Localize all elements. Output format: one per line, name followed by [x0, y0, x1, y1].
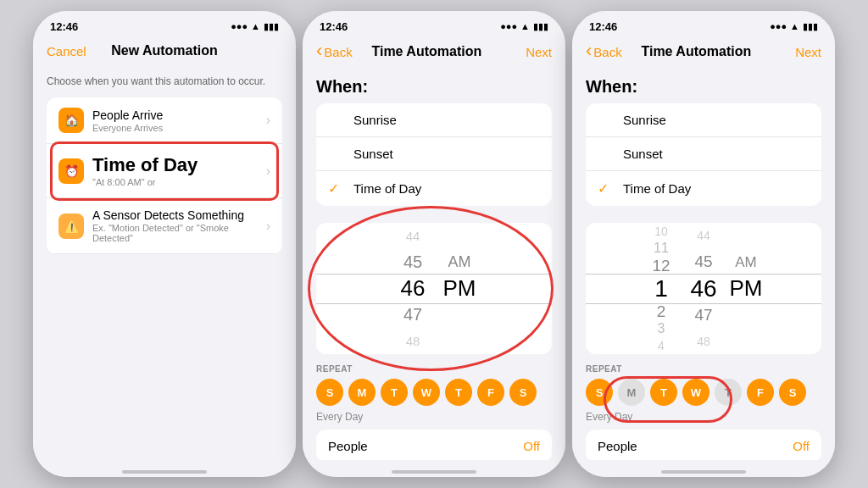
phone1-description: Choose when you want this automation to … — [47, 75, 282, 87]
day-F[interactable]: F — [477, 379, 504, 406]
status-time-2: 12:46 — [320, 20, 348, 33]
day-F-3[interactable]: F — [747, 379, 774, 406]
picker-item — [438, 328, 481, 354]
time-picker-3[interactable]: 10 11 12 1 2 3 4 44 45 46 — [586, 223, 821, 354]
repeat-section-2: REPEAT S M T W T F S Every Day — [303, 364, 565, 423]
day-T-3[interactable]: T — [650, 379, 677, 406]
checkmark-icon-3: ✓ — [598, 180, 615, 197]
picker-item: 45 — [681, 249, 727, 275]
status-time-3: 12:46 — [589, 20, 617, 33]
sensor-sub: Ex. "Motion Detected" or "Smoke Detected… — [92, 223, 266, 243]
back-button-2[interactable]: Back — [316, 43, 353, 60]
picker-item — [727, 302, 765, 328]
ampm-column-2: AM PM — [438, 223, 481, 354]
menu-item-timeofday[interactable]: ⏰ Time of Day "At 8:00 AM" or › — [47, 144, 282, 198]
battery-icon: ▮▮▮ — [264, 21, 279, 32]
repeat-days-2: S M T W T F S — [316, 379, 552, 406]
time-picker-2[interactable]: 44 45 46 47 48 AM PM — [316, 223, 552, 354]
cancel-button[interactable]: Cancel — [47, 44, 97, 58]
minutes-column-3: 44 45 46 47 48 — [681, 223, 727, 354]
time-picker-wrapper-2: 44 45 46 47 48 AM PM — [316, 223, 552, 354]
chevron-icon: › — [266, 113, 270, 128]
day-T[interactable]: T — [381, 379, 408, 406]
people-row-3[interactable]: People Off — [586, 430, 821, 460]
signal-icon-2: ●●● — [500, 21, 517, 31]
timeofday-icon: ⏰ — [58, 158, 84, 184]
picker-item: 47 — [681, 302, 727, 329]
nav-title-3: Time Automation — [641, 44, 751, 59]
battery-icon-2: ▮▮▮ — [533, 21, 548, 32]
sunrise-option[interactable]: Sunrise — [316, 103, 552, 137]
next-button-3[interactable]: Next — [771, 45, 821, 59]
home-bar-2 — [392, 470, 476, 474]
status-bar-3: 12:46 ●●● ▲ ▮▮▮ — [572, 11, 835, 38]
day-W-3[interactable]: W — [682, 379, 709, 406]
people-sub: Everyone Arrives — [92, 123, 266, 133]
picker-item: 48 — [681, 328, 727, 354]
picker-item: 2 — [643, 302, 681, 321]
chevron-icon-3: › — [266, 219, 270, 234]
picker-item: 3 — [643, 321, 681, 338]
sunset-label: Sunset — [353, 147, 393, 161]
sunset-option-3[interactable]: Sunset — [586, 137, 821, 171]
timeofday-title: Time of Day — [92, 154, 266, 176]
phones-container: 12:46 ●●● ▲ ▮▮▮ Cancel New Automation Ch… — [0, 0, 868, 488]
day-M[interactable]: M — [348, 379, 376, 406]
home-bar-3 — [661, 470, 746, 474]
day-M-3[interactable]: M — [618, 379, 645, 406]
signal-icon: ●●● — [231, 21, 248, 31]
every-day-3: Every Day — [586, 411, 821, 423]
when-section-3: When: Sunrise Sunset ✓ Time of Day — [572, 67, 835, 223]
people-row-2[interactable]: People Off — [316, 430, 552, 460]
menu-text-timeofday: Time of Day "At 8:00 AM" or — [92, 154, 266, 187]
status-icons-1: ●●● ▲ ▮▮▮ — [231, 21, 279, 32]
ampm-selected-3: PM — [727, 275, 765, 302]
day-S2-3[interactable]: S — [779, 379, 806, 406]
when-title-2: When: — [316, 77, 552, 97]
menu-text-people: People Arrive Everyone Arrives — [92, 108, 266, 133]
menu-text-sensor: A Sensor Detects Something Ex. "Motion D… — [92, 208, 266, 243]
picker-item: 44 — [387, 223, 438, 249]
next-button-2[interactable]: Next — [501, 45, 552, 59]
picker-item — [438, 223, 481, 249]
status-icons-3: ●●● ▲ ▮▮▮ — [770, 21, 818, 32]
nav-bar-3: Back Time Automation Next — [572, 38, 835, 67]
time-picker-wrapper-3: 10 11 12 1 2 3 4 44 45 46 — [586, 223, 821, 354]
sunrise-option-3[interactable]: Sunrise — [586, 103, 821, 137]
menu-card: 🏠 People Arrive Everyone Arrives › ⏰ Tim… — [47, 97, 282, 254]
sensor-icon: ⚠️ — [58, 214, 84, 239]
timeofday-option-label-3: Time of Day — [623, 181, 691, 196]
repeat-label-2: REPEAT — [316, 364, 552, 374]
ampm-column-3: AM PM — [727, 223, 765, 354]
timeofday-option[interactable]: ✓ Time of Day — [316, 171, 552, 206]
day-S[interactable]: S — [316, 379, 343, 406]
phone-2: 12:46 ●●● ▲ ▮▮▮ Back Time Automation Nex… — [303, 11, 565, 477]
timeofday-option-3[interactable]: ✓ Time of Day — [586, 171, 821, 206]
people-label-3: People — [598, 439, 637, 453]
when-options-2: Sunrise Sunset ✓ Time of Day — [316, 103, 552, 206]
minutes-selected: 46 — [681, 275, 727, 302]
timeofday-sub: "At 8:00 AM" or — [92, 177, 266, 187]
sunset-option[interactable]: Sunset — [316, 137, 552, 171]
status-time-1: 12:46 — [50, 20, 78, 33]
day-T2[interactable]: T — [445, 379, 472, 406]
picker-item: 4 — [643, 337, 681, 354]
nav-title-1: New Automation — [111, 43, 218, 58]
wifi-icon-3: ▲ — [790, 21, 799, 31]
day-S-3[interactable]: S — [586, 379, 613, 406]
menu-item-people[interactable]: 🏠 People Arrive Everyone Arrives › — [47, 97, 282, 144]
back-button-3[interactable]: Back — [586, 43, 622, 60]
picker-item — [727, 223, 765, 249]
home-indicator-1 — [33, 460, 296, 477]
day-T2-3[interactable]: T — [715, 379, 742, 406]
when-title-3: When: — [586, 77, 821, 97]
day-W[interactable]: W — [413, 379, 440, 406]
picker-item: 45 — [387, 249, 438, 275]
status-bar-1: 12:46 ●●● ▲ ▮▮▮ — [33, 11, 296, 38]
people-value-3: Off — [793, 439, 810, 453]
picker-item: AM — [727, 249, 765, 275]
minutes-column-2: 44 45 46 47 48 — [387, 223, 438, 354]
picker-item: 10 — [643, 223, 681, 240]
menu-item-sensor[interactable]: ⚠️ A Sensor Detects Something Ex. "Motio… — [47, 198, 282, 254]
day-S2[interactable]: S — [509, 379, 537, 406]
